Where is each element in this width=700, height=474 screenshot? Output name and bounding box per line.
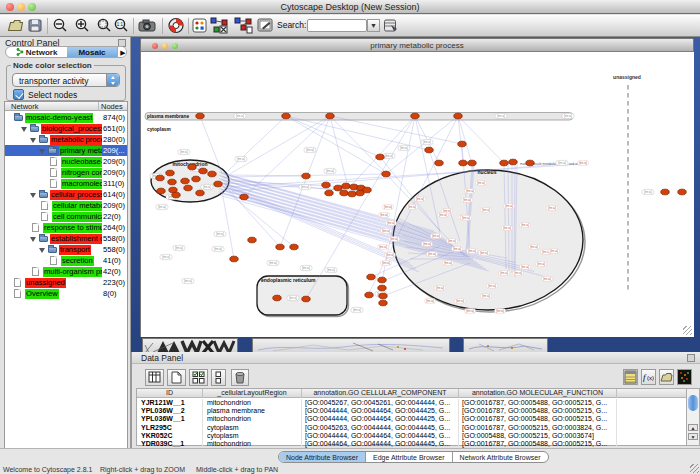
svg-text:[trn a]: [trn a] <box>500 271 508 275</box>
svg-text:[trn a]: [trn a] <box>379 245 387 249</box>
svg-text:[trn a]: [trn a] <box>426 299 434 303</box>
svg-text:[trn a]: [trn a] <box>390 237 398 241</box>
svg-text:[trn a]: [trn a] <box>386 253 394 257</box>
svg-text:[trn a]: [trn a] <box>380 213 388 217</box>
svg-text:[trn a]: [trn a] <box>382 261 390 265</box>
svg-text:[trn a]: [trn a] <box>289 296 297 300</box>
svg-text:plasma membrane: plasma membrane <box>147 114 189 119</box>
svg-text:[trn a]: [trn a] <box>216 232 224 236</box>
svg-text:[trn a]: [trn a] <box>175 246 183 250</box>
svg-text:[trn a]: [trn a] <box>482 294 490 298</box>
svg-text:[trn a]: [trn a] <box>382 229 390 233</box>
svg-text:[trn a]: [trn a] <box>306 148 314 152</box>
svg-text:[trn a]: [trn a] <box>514 271 522 275</box>
svg-text:[trn a]: [trn a] <box>439 213 447 217</box>
svg-text:[trn a]: [trn a] <box>428 252 436 256</box>
svg-text:[trn a]: [trn a] <box>432 234 440 238</box>
svg-text:[trn a]: [trn a] <box>505 204 513 208</box>
svg-text:[trn a]: [trn a] <box>477 181 485 185</box>
svg-text:[trn a]: [trn a] <box>326 169 334 173</box>
svg-text:[trn a]: [trn a] <box>468 249 476 253</box>
svg-text:[trn a]: [trn a] <box>644 190 652 194</box>
svg-text:[trn a]: [trn a] <box>385 154 393 158</box>
svg-text:[trn a]: [trn a] <box>482 208 490 212</box>
svg-text:[trn a]: [trn a] <box>530 245 538 249</box>
svg-text:[trn a]: [trn a] <box>448 239 456 243</box>
svg-text:[trn a]: [trn a] <box>302 266 310 270</box>
svg-text:nucleus: nucleus <box>478 169 497 175</box>
svg-text:[trn a]: [trn a] <box>548 206 556 210</box>
svg-text:[trn a]: [trn a] <box>269 261 277 265</box>
svg-text:[trn a]: [trn a] <box>180 150 188 154</box>
svg-text:[trn a]: [trn a] <box>384 205 392 209</box>
svg-text:[trn a]: [trn a] <box>521 223 529 227</box>
svg-text:[trn a]: [trn a] <box>203 185 211 189</box>
svg-text:[trn a]: [trn a] <box>408 205 416 209</box>
svg-text:cytoplasm: cytoplasm <box>147 127 171 132</box>
svg-text:[trn a]: [trn a] <box>456 299 464 303</box>
svg-text:[trn a]: [trn a] <box>497 114 505 118</box>
svg-text:[trn a]: [trn a] <box>237 157 245 161</box>
svg-text:unassigned: unassigned <box>613 74 641 80</box>
svg-text:[trn a]: [trn a] <box>453 247 461 251</box>
svg-text:[trn a]: [trn a] <box>543 277 551 281</box>
svg-text:[trn a]: [trn a] <box>236 114 244 118</box>
svg-text:[trn a]: [trn a] <box>521 265 529 269</box>
svg-text:[trn a]: [trn a] <box>423 242 431 246</box>
svg-text:[trn a]: [trn a] <box>480 251 488 255</box>
svg-text:[trn a]: [trn a] <box>184 279 192 283</box>
svg-text:[trn a]: [trn a] <box>579 161 587 165</box>
svg-text:[trn a]: [trn a] <box>558 161 566 165</box>
svg-text:[trn a]: [trn a] <box>353 308 361 312</box>
svg-text:[trn a]: [trn a] <box>400 146 408 150</box>
svg-text:[trn a]: [trn a] <box>444 261 452 265</box>
svg-text:endoplasmic reticulum: endoplasmic reticulum <box>261 277 316 283</box>
svg-text:[trn a]: [trn a] <box>564 114 572 118</box>
svg-text:[trn a]: [trn a] <box>387 221 395 225</box>
svg-text:[trn a]: [trn a] <box>466 309 474 313</box>
svg-text:1:1: 1:1 <box>117 22 124 27</box>
svg-text:[trn a]: [trn a] <box>301 185 309 189</box>
svg-text:[trn a]: [trn a] <box>214 247 222 251</box>
svg-text:[trn a]: [trn a] <box>162 255 170 259</box>
svg-text:[trn a]: [trn a] <box>503 226 511 230</box>
svg-text:[trn a]: [trn a] <box>158 205 166 209</box>
svg-text:[trn a]: [trn a] <box>423 140 431 144</box>
svg-text:[trn a]: [trn a] <box>537 262 545 266</box>
svg-text:[trn a]: [trn a] <box>463 198 471 202</box>
svg-text:[trn a]: [trn a] <box>436 286 444 290</box>
svg-text:[trn a]: [trn a] <box>466 189 474 193</box>
svg-text:[trn a]: [trn a] <box>462 216 470 220</box>
svg-text:(x): (x) <box>647 375 654 381</box>
svg-text:[trn a]: [trn a] <box>496 309 504 313</box>
svg-text:[trn a]: [trn a] <box>327 268 335 272</box>
svg-text:[trn a]: [trn a] <box>488 284 496 288</box>
svg-text:[trn a]: [trn a] <box>416 197 424 201</box>
svg-text:[trn a]: [trn a] <box>550 249 558 253</box>
